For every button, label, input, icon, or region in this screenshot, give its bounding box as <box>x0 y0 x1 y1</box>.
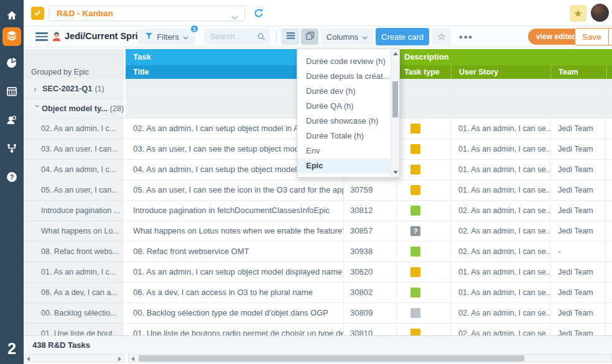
expand-chevron-icon[interactable]: › <box>34 84 42 94</box>
title-cell[interactable]: What happens on Lotus notes when we enab… <box>126 221 344 242</box>
team-cell[interactable]: Jedi Team <box>550 262 606 283</box>
user-story-cell[interactable]: 01. As an admin, I can se... <box>451 160 550 180</box>
task-type-cell[interactable] <box>397 324 451 335</box>
title-cell[interactable]: Introduce pagination in fetchDocumentCla… <box>126 201 344 221</box>
row-left-cell[interactable]: ›Object model ty...(28) <box>24 99 124 119</box>
user-story-cell[interactable]: 01. As an admin, I can se... <box>451 119 550 139</box>
row-left-cell[interactable]: 01. As an admin, I c... <box>24 262 124 283</box>
task-type-cell[interactable] <box>397 139 451 160</box>
team-cell[interactable]: Jedi Team <box>550 180 606 201</box>
user-story-cell[interactable]: 01. As an admin, I can se... <box>451 139 550 160</box>
row-left-cell[interactable]: 02. As an admin, I c... <box>24 119 124 139</box>
favorite-board-button[interactable]: ★ <box>570 5 586 22</box>
sidebar-item-home[interactable] <box>0 7 24 26</box>
scroll-up-arrow-icon[interactable] <box>393 52 398 55</box>
user-story-cell[interactable]: 01. As an admin, I can se... <box>451 180 550 201</box>
id-cell[interactable]: 30759 <box>344 180 397 201</box>
column-group-description[interactable]: Description <box>397 49 612 65</box>
row-left-cell[interactable]: What happens on Lo... <box>24 221 124 242</box>
user-avatar[interactable] <box>591 4 609 22</box>
cards-view-button[interactable] <box>301 29 318 45</box>
user-story-cell[interactable]: 02. As an admin, I can se... <box>451 201 550 221</box>
task-type-cell[interactable] <box>397 242 451 262</box>
column-header-next[interactable] <box>606 65 612 79</box>
sidebar-item-workflow[interactable] <box>0 140 24 159</box>
row-left-cell[interactable]: 06. As a dev, I can a... <box>24 283 124 303</box>
id-cell[interactable]: 30857 <box>344 221 397 242</box>
dropdown-item[interactable]: Durée depuis la créat... <box>297 69 391 84</box>
table-row[interactable]: What happens on Lo...What happens on Lot… <box>24 221 612 242</box>
column-header-team[interactable]: Team <box>550 65 606 79</box>
create-card-button[interactable]: Create card <box>376 28 429 45</box>
dropdown-scrollbar-thumb[interactable] <box>392 81 398 117</box>
sidebar-item-reports[interactable] <box>0 55 24 73</box>
task-type-cell[interactable]: ? <box>397 221 451 242</box>
task-type-cell[interactable] <box>397 160 451 180</box>
row-left-cell[interactable]: ›SEC-2021-Q1(1) <box>24 79 124 99</box>
sidebar-item-help[interactable]: ? <box>0 169 24 188</box>
scrollbar-thumb[interactable] <box>139 355 524 362</box>
main-horizontal-scrollbar[interactable] <box>128 354 612 363</box>
title-cell[interactable]: 06. As a dev, I can access in O3 to he p… <box>126 283 344 303</box>
row-left-cell[interactable]: 05. As an user, I can... <box>24 180 124 201</box>
scroll-right-arrow-icon[interactable] <box>118 357 121 362</box>
id-cell[interactable]: 30812 <box>344 201 397 221</box>
row-left-cell[interactable]: Introduce pagination ... <box>24 201 124 221</box>
column-header-user-story[interactable]: User Story <box>451 65 550 79</box>
id-cell[interactable]: 30938 <box>344 242 397 262</box>
dropdown-item[interactable]: Durée dev (h) <box>297 84 391 99</box>
columns-button[interactable]: Columns <box>321 29 373 45</box>
task-type-cell[interactable] <box>397 303 451 324</box>
team-cell[interactable]: Jedi Team <box>550 324 606 335</box>
title-cell[interactable]: 00. Backlog sélection type de model d'ob… <box>126 303 344 324</box>
user-story-cell[interactable]: 02. As an admin, I can se... <box>451 324 550 335</box>
column-header-task-type[interactable]: Task type <box>397 65 451 79</box>
widget-check-toggle[interactable] <box>31 7 44 20</box>
title-cell[interactable]: 05. As an user, I can see the icon in th… <box>126 180 344 201</box>
team-cell[interactable]: Jedi Team <box>550 160 606 180</box>
title-cell[interactable]: 01. As an admin, I can setup object mode… <box>126 262 344 283</box>
dropdown-item[interactable]: Durée showcase (h) <box>297 114 391 129</box>
task-type-cell[interactable] <box>397 180 451 201</box>
id-cell[interactable]: 30802 <box>344 283 397 303</box>
table-row[interactable]: 08. Refac front webs...08. Refac front w… <box>24 242 612 262</box>
team-cell[interactable]: Jedi Team <box>550 139 606 160</box>
team-cell[interactable]: Jedi Team <box>550 221 606 242</box>
user-story-cell[interactable]: 01. As an admin, I can se... <box>451 262 550 283</box>
scroll-left-arrow-icon[interactable] <box>27 357 30 362</box>
sidebar-item-calendar[interactable] <box>0 83 24 102</box>
dropdown-item[interactable]: Durée code review (h) <box>297 54 391 69</box>
id-cell[interactable]: 30809 <box>344 303 397 324</box>
collapse-chevron-icon[interactable]: › <box>33 104 43 112</box>
table-row[interactable]: 01. As an admin, I c...01. As an admin, … <box>24 262 612 283</box>
id-cell[interactable]: 30620 <box>344 262 397 283</box>
task-type-cell[interactable] <box>397 201 451 221</box>
menu-button[interactable] <box>35 32 48 41</box>
board-selector[interactable]: R&D - Kanban <box>49 6 245 21</box>
dropdown-item-selected[interactable]: Epic <box>297 158 391 173</box>
row-left-cell[interactable]: 08. Refac front webs... <box>24 242 124 262</box>
user-story-cell[interactable]: 02. As an admin, I can se... <box>451 221 550 242</box>
save-button[interactable]: Save <box>575 29 608 45</box>
left-pane-horizontal-scrollbar[interactable] <box>24 354 124 363</box>
team-cell[interactable]: - <box>550 242 606 262</box>
title-cell[interactable]: 08. Refac front webservice OMT <box>126 242 344 262</box>
row-left-cell[interactable]: 04. As an admin, I c... <box>24 160 124 180</box>
dropdown-item[interactable]: Durée QA (h) <box>297 99 391 114</box>
dropdown-item[interactable]: Durée Totale (h) <box>297 129 391 143</box>
sidebar-item-users[interactable] <box>0 112 24 130</box>
row-left-cell[interactable]: 03. As an user, I can... <box>24 139 124 160</box>
table-row[interactable]: 00. Backlog sélectio...00. Backlog sélec… <box>24 303 612 324</box>
user-story-cell[interactable]: 01. As an admin, I can se... <box>451 283 550 303</box>
dropdown-item[interactable]: Env <box>297 143 391 158</box>
scroll-down-arrow-icon[interactable] <box>393 171 398 174</box>
favorite-view-button[interactable]: ☆ <box>432 29 451 45</box>
title-cell[interactable]: 01. Une liste de boutons radio permet de… <box>126 324 344 335</box>
task-type-cell[interactable] <box>397 262 451 283</box>
list-view-button[interactable] <box>281 29 300 45</box>
team-cell[interactable]: Jedi Team <box>550 201 606 221</box>
team-cell[interactable]: Jedi Team <box>550 283 606 303</box>
row-left-cell[interactable]: 00. Backlog sélectio... <box>24 303 124 324</box>
table-row[interactable]: 01. Une liste de bout...01. Une liste de… <box>24 324 612 335</box>
id-cell[interactable]: 30810 <box>344 324 397 335</box>
